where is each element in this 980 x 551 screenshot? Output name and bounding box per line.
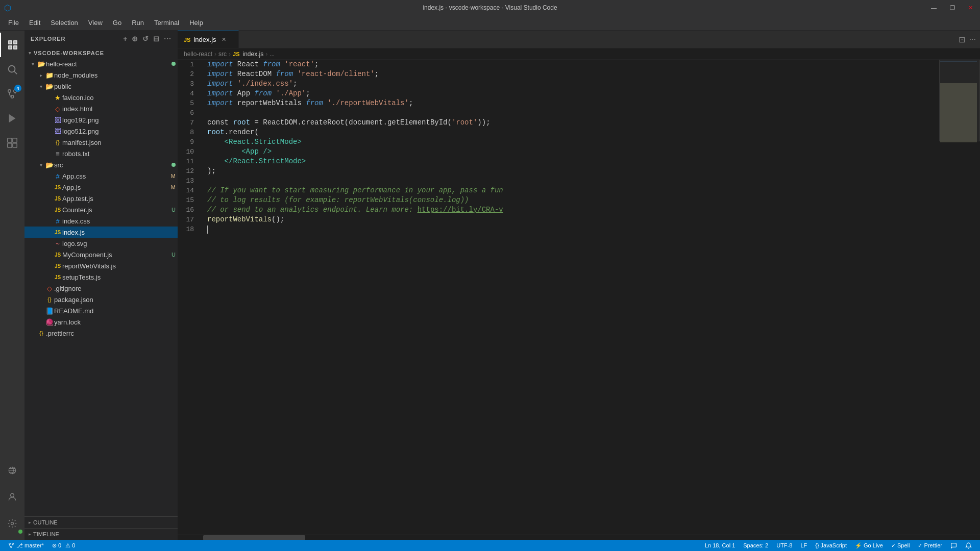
tree-item-manifest[interactable]: {} manifest.json: [24, 137, 178, 148]
tabs-bar: JS index.js ✕ ⊡ ···: [178, 31, 980, 48]
tree-label-hello-react: hello-react: [46, 60, 172, 68]
tree-item-app-css[interactable]: # App.css M: [24, 170, 178, 182]
outline-header[interactable]: ▸ OUTLINE: [24, 517, 178, 528]
tree-item-public[interactable]: ▾ 📂 public: [24, 81, 178, 92]
css-icon: #: [53, 172, 62, 180]
breadcrumb-hello-react[interactable]: hello-react: [184, 51, 212, 58]
status-language[interactable]: {} JavaScript: [811, 540, 851, 551]
editor-horizontal-scrollbar[interactable]: [178, 535, 980, 540]
workspace-name: VSCODE-WORKSPACE: [34, 50, 104, 56]
refresh-icon[interactable]: ↺: [142, 35, 149, 43]
status-spaces[interactable]: Spaces: 2: [739, 540, 772, 551]
menu-terminal[interactable]: Terminal: [150, 17, 183, 29]
more-actions-icon[interactable]: ···: [969, 35, 976, 44]
tree-item-index-js[interactable]: JS index.js: [24, 227, 178, 238]
new-folder-icon[interactable]: ⊕: [132, 35, 138, 43]
status-spell[interactable]: ✓ Spell: [887, 540, 914, 551]
statusbar-right: Ln 18, Col 1 Spaces: 2 UTF-8 LF {} JavaS…: [701, 540, 976, 551]
split-editor-icon[interactable]: ⊡: [959, 35, 965, 44]
breadcrumb-index-js[interactable]: index.js: [243, 51, 264, 58]
status-errors[interactable]: ⊗ 0 ⚠ 0: [48, 540, 79, 551]
line-num-11: 11: [178, 157, 198, 166]
png-icon2: 🖼: [53, 128, 62, 135]
tree-item-reportwebvitals[interactable]: JS reportWebVitals.js: [24, 260, 178, 271]
file-tree: ▾ 📂 hello-react ▸ 📁 node_modules ▾ 📂 pub…: [24, 58, 178, 516]
activity-search[interactable]: [0, 57, 24, 82]
line-num-10: 10: [178, 147, 198, 157]
status-notifications[interactable]: [961, 540, 976, 551]
scrollbar-thumb[interactable]: [203, 535, 305, 540]
tree-label-prettierrc: .prettierrc: [46, 330, 178, 337]
tree-item-robots[interactable]: ≡ robots.txt: [24, 148, 178, 159]
menu-go[interactable]: Go: [109, 17, 126, 29]
code-line-18[interactable]: [207, 224, 939, 234]
tree-item-gitignore[interactable]: ◇ .gitignore: [24, 283, 178, 294]
tree-label-app-test: App.test.js: [62, 195, 178, 203]
code-line-4: import App from './App' ;: [207, 89, 939, 98]
tree-item-node-modules[interactable]: ▸ 📁 node_modules: [24, 69, 178, 81]
svg-rect-7: [13, 138, 17, 142]
timeline-header[interactable]: ▸ TIMELINE: [24, 529, 178, 540]
tree-item-yarn-lock[interactable]: 🧶 yarn.lock: [24, 316, 178, 328]
status-branch[interactable]: ⎇ master*: [4, 540, 48, 551]
tab-index-js[interactable]: JS index.js ✕: [178, 31, 239, 48]
collapse-icon[interactable]: ⊟: [153, 35, 160, 43]
activity-explorer[interactable]: [0, 33, 24, 57]
status-eol[interactable]: LF: [796, 540, 811, 551]
more-options-icon[interactable]: ···: [164, 35, 172, 43]
status-golive[interactable]: ⚡ Go Live: [851, 540, 887, 551]
activity-run-debug[interactable]: [0, 106, 24, 131]
status-prettier[interactable]: ✓ Prettier: [914, 540, 946, 551]
activity-account[interactable]: [0, 485, 24, 509]
breadcrumb-src[interactable]: src: [218, 51, 227, 58]
activity-remote[interactable]: [0, 458, 24, 483]
link-cra[interactable]: https://bit.ly/CRA-v: [418, 205, 503, 215]
breadcrumb-dots[interactable]: ...: [270, 51, 275, 58]
tree-item-src[interactable]: ▾ 📂 src: [24, 159, 178, 170]
activity-source-control[interactable]: 4: [0, 82, 24, 106]
status-feedback[interactable]: [946, 540, 961, 551]
activity-extensions[interactable]: [0, 131, 24, 155]
tree-label-app-css: App.css: [62, 172, 171, 180]
tree-item-package-json[interactable]: {} package.json: [24, 294, 178, 305]
line-numbers: 1 2 3 4 5 6 7 8 9 10 11 12 13 14 15 16 1: [178, 60, 203, 535]
prettier-value: ✓ Prettier: [918, 542, 942, 549]
tree-label-public: public: [54, 83, 178, 90]
menu-view[interactable]: View: [84, 17, 107, 29]
menu-run[interactable]: Run: [128, 17, 148, 29]
comment-16: // or send to an analytics endpoint. Lea…: [207, 205, 418, 215]
minimap-slider[interactable]: [939, 60, 980, 141]
tree-item-setuptests[interactable]: JS setupTests.js: [24, 271, 178, 283]
tree-item-counter[interactable]: JS Counter.js U: [24, 204, 178, 215]
tree-item-app-test[interactable]: JS App.test.js: [24, 193, 178, 204]
menu-file[interactable]: File: [4, 17, 23, 29]
tab-close-button[interactable]: ✕: [222, 36, 226, 43]
workspace-label[interactable]: ▾ VSCODE-WORKSPACE: [24, 47, 178, 58]
tree-item-hello-react[interactable]: ▾ 📂 hello-react: [24, 58, 178, 69]
activity-settings[interactable]: [0, 511, 24, 536]
breadcrumb-js-icon: JS: [233, 51, 239, 57]
minimize-button[interactable]: —: [928, 5, 940, 11]
code-editor[interactable]: import React from 'react' ; import React…: [203, 60, 939, 535]
tree-label-app-js: App.js: [62, 184, 171, 191]
tree-item-logo512[interactable]: 🖼 logo512.png: [24, 126, 178, 137]
status-encoding[interactable]: UTF-8: [772, 540, 796, 551]
tree-item-logo192[interactable]: 🖼 logo192.png: [24, 114, 178, 126]
tree-item-logo-svg[interactable]: ~ logo.svg: [24, 238, 178, 249]
tree-item-favicon[interactable]: ★ favicon.ico: [24, 92, 178, 103]
maximize-button[interactable]: ❐: [947, 5, 958, 11]
menu-edit[interactable]: Edit: [25, 17, 44, 29]
tree-item-index-css[interactable]: # index.css: [24, 215, 178, 227]
status-position[interactable]: Ln 18, Col 1: [701, 540, 739, 551]
tree-item-app-js[interactable]: JS App.js M: [24, 182, 178, 193]
editor-content[interactable]: 1 2 3 4 5 6 7 8 9 10 11 12 13 14 15 16 1: [178, 60, 939, 535]
js-icon4: JS: [53, 230, 62, 235]
tree-item-prettierrc[interactable]: {} .prettierrc: [24, 328, 178, 339]
tree-item-readme[interactable]: 📘 README.md: [24, 305, 178, 316]
tree-item-index-html[interactable]: ◇ index.html: [24, 103, 178, 114]
menu-help[interactable]: Help: [185, 17, 207, 29]
menu-selection[interactable]: Selection: [46, 17, 82, 29]
new-file-icon[interactable]: +: [123, 35, 128, 43]
close-button[interactable]: ✕: [965, 5, 976, 11]
tree-item-mycomponent[interactable]: JS MyComponent.js U: [24, 249, 178, 260]
